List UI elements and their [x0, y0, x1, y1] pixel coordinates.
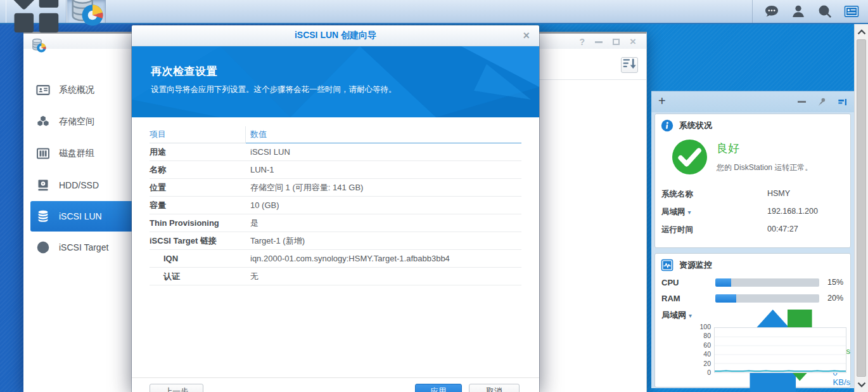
sidebar-item-4[interactable]: iSCSI LUN	[30, 201, 132, 232]
dialog-title: iSCSI LUN 创建向导	[295, 30, 376, 41]
health-status-text: 良好	[717, 141, 739, 156]
collapse-icon[interactable]	[798, 101, 806, 103]
row-value: 无	[246, 271, 521, 282]
row-label: IQN	[150, 254, 246, 263]
widgets-panel-header: +	[651, 91, 854, 112]
user-account-icon[interactable]	[791, 4, 806, 19]
sidebar-item-2[interactable]: 磁盘群组	[30, 138, 132, 169]
sidebar-nav: 系统概况存储空间磁盘群组HDD/SSDiSCSI LUNiSCSI Target	[23, 74, 132, 263]
system-overview-icon	[35, 82, 51, 98]
health-row-value: 192.168.1.200	[767, 207, 818, 219]
row-label: 位置	[150, 182, 246, 193]
dialog-close-icon[interactable]: ×	[523, 29, 530, 42]
taskbar-right	[752, 0, 868, 23]
cancel-button[interactable]: 取消	[469, 384, 520, 392]
health-row: 运行时间00:47:27	[661, 225, 844, 237]
system-health-title: 系统状况	[679, 120, 712, 131]
scroll-up-icon[interactable]	[855, 24, 868, 39]
ram-label: RAM	[661, 294, 680, 303]
settings-summary-table: 项目 数值 用途iSCSI LUN名称LUN-1位置存储空间 1 (可用容量: …	[132, 117, 539, 285]
chart-plot-area	[714, 327, 846, 373]
health-row: 系统名称HSMY	[661, 189, 844, 202]
wizard-step-title: 再次检查设置	[151, 64, 539, 79]
table-header-row: 项目 数值	[150, 126, 521, 143]
ram-progress-bar	[715, 294, 819, 303]
main-menu-button[interactable]	[6, 0, 67, 23]
desktop-scrollbar[interactable]	[854, 24, 868, 392]
help-icon[interactable]: ?	[580, 37, 585, 46]
add-widget-icon[interactable]: +	[658, 94, 666, 108]
cpu-percent: 15%	[827, 278, 843, 287]
sidebar-item-label: iSCSI LUN	[59, 211, 102, 221]
disk-group-icon	[35, 146, 51, 161]
column-header-value[interactable]: 数值	[246, 126, 521, 143]
close-icon[interactable]: ×	[630, 37, 636, 46]
info-icon	[661, 119, 673, 132]
pin-icon[interactable]	[817, 97, 827, 107]
table-row: 容量10 (GB)	[150, 197, 521, 214]
storage-manager-taskbar-button[interactable]	[67, 0, 106, 23]
y-tick-label: 40	[703, 351, 711, 357]
health-row: 局域网▾192.168.1.200	[661, 207, 844, 219]
lan-dropdown[interactable]: 局域网▾	[661, 310, 692, 321]
scrollbar-thumb[interactable]	[857, 39, 866, 377]
y-tick-label: 60	[703, 342, 711, 348]
desktop: ? × 系统概况存储空间磁盘群组HDD/SSDiSCSI LUNiSCSI Ta…	[0, 0, 868, 392]
widgets-panel: + 系统状况 良好 您的 DiskStation 运转正常。 系统名称HSMY局…	[651, 91, 854, 388]
sidebar-item-5[interactable]: iSCSI Target	[30, 232, 132, 263]
scroll-down-icon[interactable]	[855, 377, 868, 392]
table-row: iSCSI Target 链接Target-1 (新增)	[150, 232, 521, 250]
sidebar-item-1[interactable]: 存储空间	[30, 106, 132, 138]
table-row: 名称LUN-1	[150, 161, 521, 179]
y-tick-label: 0	[707, 369, 711, 376]
window-sidebar: 系统概况存储空间磁盘群组HDD/SSDiSCSI LUNiSCSI Target	[23, 49, 132, 392]
system-health-widget: 系统状况 良好 您的 DiskStation 运转正常。 系统名称HSMY局域网…	[654, 114, 851, 248]
dialog-titlebar[interactable]: iSCSI LUN 创建向导 ×	[132, 25, 539, 46]
sidebar-item-3[interactable]: HDD/SSD	[30, 169, 132, 201]
taskbar	[0, 0, 868, 24]
table-row: Thin Provisioning是	[150, 214, 521, 232]
health-row-label[interactable]: 局域网▾	[661, 207, 767, 219]
health-row-label: 系统名称	[661, 189, 767, 202]
health-check-icon	[672, 140, 707, 174]
minimize-icon[interactable]	[595, 41, 603, 43]
row-label: Thin Provisioning	[150, 218, 246, 228]
resource-monitor-widget: 资源监控 CPU 15% RAM 20% 局域网▾ 0 KB/s 0 KB/s …	[654, 253, 851, 388]
row-value: 是	[246, 218, 521, 229]
sort-button[interactable]	[621, 57, 638, 73]
apply-button[interactable]: 应用	[415, 384, 462, 392]
cpu-label: CPU	[661, 278, 679, 287]
row-label: 认证	[150, 271, 246, 282]
y-tick-label: 80	[703, 332, 711, 339]
table-rows: 用途iSCSI LUN名称LUN-1位置存储空间 1 (可用容量: 141 GB…	[150, 143, 521, 285]
sidebar-item-label: iSCSI Target	[59, 242, 108, 252]
health-row-value: 00:47:27	[767, 225, 798, 237]
back-button[interactable]: 上一步	[150, 384, 203, 392]
y-tick-label: 20	[703, 360, 711, 367]
maximize-icon[interactable]	[613, 39, 620, 45]
health-row-label: 运行时间	[661, 225, 767, 237]
hdd-ssd-icon	[35, 178, 51, 193]
health-row-value: HSMY	[767, 189, 790, 202]
row-label: 名称	[150, 164, 246, 176]
table-row: 位置存储空间 1 (可用容量: 141 GB)	[150, 179, 521, 197]
row-value: iSCSI LUN	[246, 147, 521, 157]
dock-panel-icon[interactable]	[838, 97, 848, 107]
row-label: 容量	[150, 200, 246, 211]
search-icon[interactable]	[817, 4, 833, 19]
table-row: 认证无	[150, 268, 521, 285]
column-header-item[interactable]: 项目	[150, 126, 246, 143]
sidebar-item-label: 磁盘群组	[59, 148, 94, 159]
y-tick-label: 100	[699, 323, 711, 330]
widgets-panel-icon[interactable]	[844, 4, 859, 19]
row-value: iqn.2000-01.com.synology:HSMY.Target-1.a…	[246, 254, 521, 263]
table-row: IQNiqn.2000-01.com.synology:HSMY.Target-…	[150, 250, 521, 268]
window-controls: ? ×	[580, 37, 637, 46]
iscsi-target-icon	[35, 240, 51, 255]
row-value: 10 (GB)	[246, 200, 521, 210]
sidebar-item-0[interactable]: 系统概况	[30, 74, 132, 106]
notifications-chat-icon[interactable]	[764, 4, 779, 19]
dialog-footer: 上一步 应用 取消	[132, 377, 539, 392]
health-status-desc: 您的 DiskStation 运转正常。	[717, 162, 812, 173]
sidebar-item-label: HDD/SSD	[59, 180, 99, 190]
